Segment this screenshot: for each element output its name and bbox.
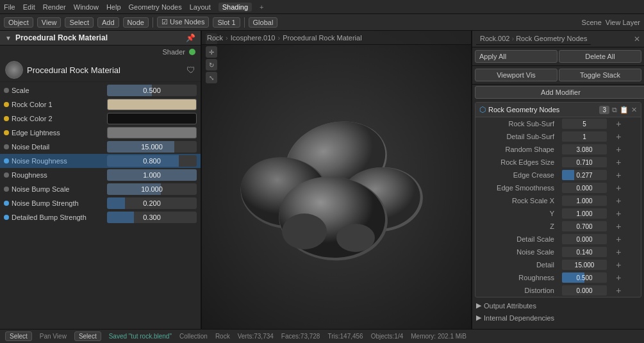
viewport-vis-btn[interactable]: Viewport Vis	[475, 69, 557, 81]
modifier-close-icon[interactable]: ✕	[631, 106, 637, 114]
table-row: Edge Smoothness 0.000 +	[475, 181, 641, 194]
object-btn[interactable]: Object	[4, 17, 33, 28]
menu-window[interactable]: Window	[74, 3, 99, 11]
plus-rock-scale-x[interactable]: +	[615, 196, 622, 206]
plus-edge-smoothness[interactable]: +	[615, 183, 622, 193]
detail-scale-value[interactable]: 0.000	[562, 234, 607, 244]
tool-move[interactable]: ✛	[206, 46, 217, 58]
global-btn[interactable]: Global	[249, 17, 278, 28]
menu-shading[interactable]: Shading	[219, 3, 252, 12]
pin-icon[interactable]: 📌	[186, 33, 195, 42]
plus-rock-sub-surf[interactable]: +	[615, 119, 622, 129]
plus-rock-edges-size[interactable]: +	[615, 157, 622, 167]
output-attributes-section[interactable]: ▶ Output Attributes	[472, 299, 644, 312]
viewport[interactable]: Rock › Icosphere.010 › Procedural Rock M…	[202, 31, 471, 329]
prop-noise-detail[interactable]: Noise Detail 15.000	[0, 140, 201, 154]
plus-noise-scale[interactable]: +	[615, 247, 622, 257]
roughness-right-value[interactable]: 0.500	[562, 272, 607, 283]
toggle-stack-btn[interactable]: Toggle Stack	[559, 69, 641, 81]
modifier-copy-icon[interactable]: ⧉	[612, 106, 617, 114]
tool-rotate[interactable]: ↻	[206, 59, 217, 71]
use-nodes-btn[interactable]: ☑ Use Nodes	[157, 17, 209, 28]
panel-close-btn[interactable]: ✕	[634, 35, 640, 44]
apply-all-btn[interactable]: Apply All	[475, 50, 557, 63]
menu-layout[interactable]: Layout	[190, 3, 211, 11]
node-btn[interactable]: Node	[123, 17, 149, 28]
tool-scale[interactable]: ⤡	[206, 72, 217, 83]
view-btn[interactable]: View	[37, 17, 62, 28]
plus-detail-scale[interactable]: +	[615, 234, 622, 244]
menu-file[interactable]: File	[4, 3, 15, 11]
apply-all-label: Apply All	[479, 53, 506, 60]
z-value[interactable]: 0.700	[562, 221, 607, 231]
internal-dependencies-section[interactable]: ▶ Internal Dependencies	[472, 312, 644, 324]
slot-btn[interactable]: Slot 1	[213, 17, 240, 28]
plus-z[interactable]: +	[615, 221, 622, 231]
edge-lightness-swatch[interactable]	[107, 127, 197, 138]
rock-scale-x-value[interactable]: 1.000	[562, 196, 607, 206]
prop-rock-color-1[interactable]: Rock Color 1	[0, 97, 201, 112]
plus-random-shape[interactable]: +	[615, 144, 622, 155]
menu-help[interactable]: Help	[106, 3, 121, 11]
breadcrumb-material[interactable]: Procedural Rock Material	[283, 34, 362, 42]
noise-roughness-value[interactable]: 0.800	[107, 155, 197, 167]
table-row: Distortion 0.000 +	[475, 284, 641, 297]
noise-detail-value[interactable]: 15.000	[107, 141, 197, 153]
table-row: Random Shape 3.080 +	[475, 143, 641, 156]
select-mode-btn[interactable]: Select	[5, 331, 32, 341]
noise-bump-scale-label: Noise Bump Scale	[12, 185, 104, 193]
rock-sub-surf-value[interactable]: 5	[562, 119, 607, 129]
add-modifier-btn[interactable]: Add Modifier	[475, 86, 644, 99]
breadcrumb-icosphere[interactable]: Icosphere.010	[231, 34, 276, 42]
edge-smoothness-value[interactable]: 0.000	[562, 183, 607, 193]
plus-roughness[interactable]: +	[615, 272, 622, 283]
prop-label-distortion: Distortion	[475, 284, 558, 297]
plus-edge-crease[interactable]: +	[615, 170, 622, 180]
table-row: Y 1.000 +	[475, 207, 641, 220]
menu-render[interactable]: Render	[43, 3, 66, 11]
distortion-value[interactable]: 0.000	[562, 285, 607, 296]
detailed-bump-strength-value[interactable]: 0.300	[107, 212, 197, 223]
separator-2	[244, 17, 245, 28]
edge-crease-value[interactable]: 0.277	[562, 170, 607, 180]
prop-label-detail-scale: Detail Scale	[475, 233, 558, 246]
detail-value[interactable]: 15.000	[562, 260, 607, 270]
prop-edge-lightness[interactable]: Edge Lightness	[0, 126, 201, 140]
modifier-paste-icon[interactable]: 📋	[620, 106, 629, 114]
nav-rock[interactable]: Rock.002	[480, 35, 509, 42]
plus-detail[interactable]: +	[615, 260, 622, 270]
select-btn-right[interactable]: Select	[74, 331, 101, 341]
random-shape-value[interactable]: 3.080	[562, 144, 607, 155]
add-workspace-icon[interactable]: +	[260, 3, 263, 11]
pan-view-label: Pan View	[40, 333, 67, 340]
roughness-value[interactable]: 1.000	[107, 169, 197, 181]
breadcrumb-rock[interactable]: Rock	[207, 34, 223, 42]
collapse-triangle[interactable]: ▼	[5, 35, 12, 42]
material-row[interactable]: Procedural Rock Material 🛡	[0, 58, 201, 82]
plus-y[interactable]: +	[615, 208, 622, 219]
nav-rock-geo[interactable]: Rock Geometry Nodes	[516, 35, 587, 42]
menu-geometry-nodes[interactable]: Geometry Nodes	[129, 3, 182, 11]
prop-noise-roughness[interactable]: Noise Roughness 0.800	[0, 154, 201, 168]
add-btn[interactable]: Add	[97, 17, 119, 28]
rock-color-1-swatch[interactable]	[107, 99, 197, 110]
prop-noise-bump-scale[interactable]: Noise Bump Scale 10.000	[0, 182, 201, 196]
scale-value[interactable]: 0.500	[107, 85, 197, 96]
menu-edit[interactable]: Edit	[23, 3, 35, 11]
plus-detail-sub-surf[interactable]: +	[615, 131, 622, 142]
plus-distortion[interactable]: +	[615, 285, 622, 296]
noise-bump-scale-value[interactable]: 10.000	[107, 183, 197, 195]
noise-bump-strength-value[interactable]: 0.200	[107, 197, 197, 209]
rock-color-2-swatch[interactable]	[107, 113, 197, 124]
delete-all-btn[interactable]: Delete All	[559, 50, 641, 63]
detail-sub-surf-value[interactable]: 1	[562, 131, 607, 142]
prop-scale[interactable]: Scale 0.500	[0, 83, 201, 97]
prop-roughness[interactable]: Roughness 1.000	[0, 168, 201, 182]
prop-rock-color-2[interactable]: Rock Color 2	[0, 112, 201, 126]
select-btn-header[interactable]: Select	[65, 17, 94, 28]
prop-detailed-bump-strength[interactable]: Detailed Bump Strength 0.300	[0, 210, 201, 224]
noise-scale-value[interactable]: 0.140	[562, 247, 607, 257]
y-value[interactable]: 1.000	[562, 208, 607, 219]
rock-edges-size-value[interactable]: 0.710	[562, 157, 607, 167]
prop-noise-bump-strength[interactable]: Noise Bump Strength 0.200	[0, 196, 201, 210]
